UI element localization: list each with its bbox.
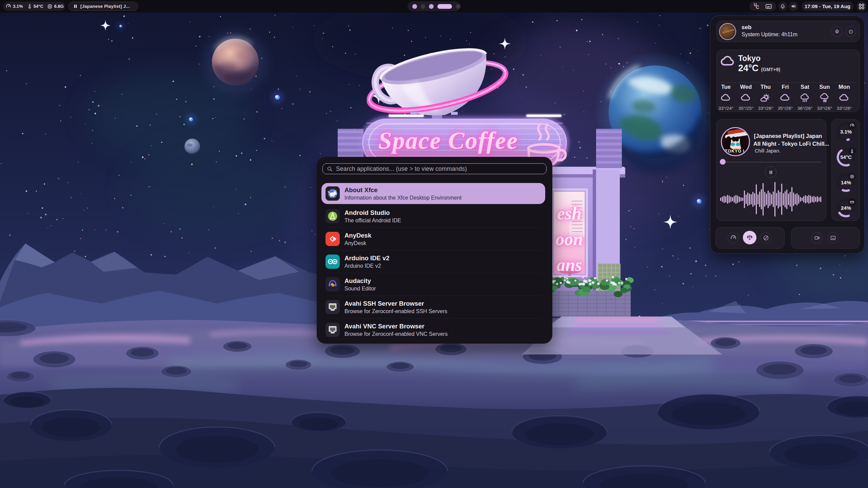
svg-text:24%: 24% xyxy=(841,205,851,211)
svg-text:3.1%: 3.1% xyxy=(840,129,852,135)
svg-text:14%: 14% xyxy=(841,180,851,185)
svg-text:54°C: 54°C xyxy=(840,154,852,160)
